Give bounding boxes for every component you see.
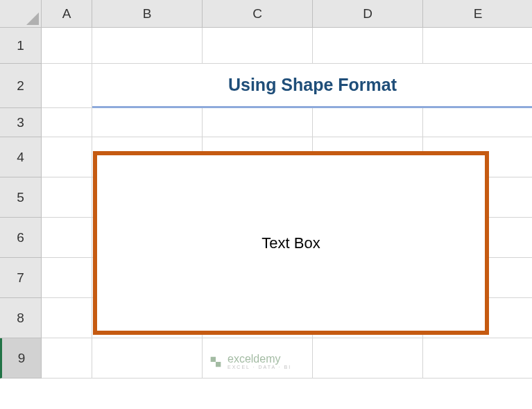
cell-D3[interactable] — [313, 108, 423, 137]
row-header-4[interactable]: 4 — [0, 137, 42, 177]
cell-A3[interactable] — [42, 108, 92, 137]
col-header-A[interactable]: A — [42, 0, 92, 28]
row-header-3[interactable]: 3 — [0, 108, 42, 137]
select-all-corner[interactable] — [0, 0, 42, 28]
cell-C3[interactable] — [203, 108, 313, 137]
row-header-1[interactable]: 1 — [0, 28, 42, 64]
row-header-6[interactable]: 6 — [0, 218, 42, 258]
row-header-2[interactable]: 2 — [0, 64, 42, 108]
cell-A5[interactable] — [42, 177, 92, 218]
cell-A7[interactable] — [42, 258, 92, 298]
watermark-text: exceldemy EXCEL · DATA · BI — [228, 354, 291, 369]
cell-A6[interactable] — [42, 218, 92, 258]
watermark-logo-icon — [208, 354, 223, 369]
col-header-B[interactable]: B — [92, 0, 203, 28]
cell-B1[interactable] — [92, 28, 203, 64]
watermark-tagline: EXCEL · DATA · BI — [228, 365, 291, 369]
row-header-7[interactable]: 7 — [0, 258, 42, 298]
cell-A1[interactable] — [42, 28, 92, 64]
row-header-8[interactable]: 8 — [0, 298, 42, 338]
watermark: exceldemy EXCEL · DATA · BI — [208, 354, 291, 369]
cell-C1[interactable] — [203, 28, 313, 64]
cell-A8[interactable] — [42, 298, 92, 338]
watermark-name: exceldemy — [228, 354, 291, 365]
cell-E1[interactable] — [423, 28, 532, 64]
cell-B3[interactable] — [92, 108, 203, 137]
cell-E9[interactable] — [423, 338, 532, 378]
row-header-5[interactable]: 5 — [0, 177, 42, 218]
col-header-D[interactable]: D — [313, 0, 423, 28]
cell-A4[interactable] — [42, 137, 92, 177]
cell-D1[interactable] — [313, 28, 423, 64]
col-header-C[interactable]: C — [203, 0, 313, 28]
cell-E3[interactable] — [423, 108, 532, 137]
cell-B9[interactable] — [92, 338, 203, 378]
text-box-shape[interactable]: Text Box — [93, 151, 489, 335]
text-box-content: Text Box — [261, 234, 320, 252]
select-all-icon — [26, 12, 39, 25]
merged-title-cell[interactable]: Using Shape Format — [92, 64, 532, 108]
col-header-E[interactable]: E — [423, 0, 532, 28]
cell-D9[interactable] — [313, 338, 423, 378]
cell-A9[interactable] — [42, 338, 92, 378]
row-header-9[interactable]: 9 — [0, 338, 42, 378]
cell-A2[interactable] — [42, 64, 92, 108]
